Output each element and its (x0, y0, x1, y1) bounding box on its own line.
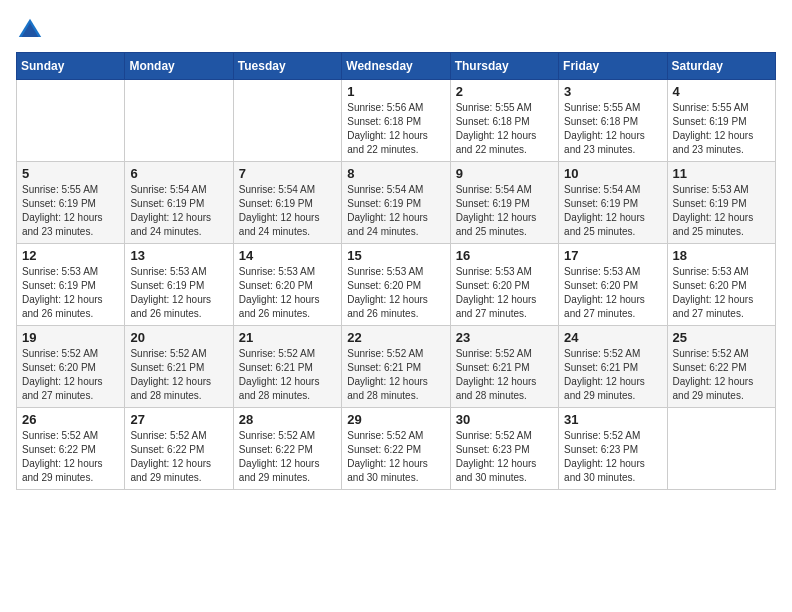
day-number: 4 (673, 84, 770, 99)
day-info: Sunrise: 5:52 AMSunset: 6:21 PMDaylight:… (564, 347, 661, 403)
day-info: Sunrise: 5:53 AMSunset: 6:20 PMDaylight:… (564, 265, 661, 321)
day-number: 18 (673, 248, 770, 263)
day-info: Sunrise: 5:55 AMSunset: 6:19 PMDaylight:… (22, 183, 119, 239)
page-header (16, 16, 776, 44)
day-number: 7 (239, 166, 336, 181)
calendar-cell: 29Sunrise: 5:52 AMSunset: 6:22 PMDayligh… (342, 408, 450, 490)
day-number: 29 (347, 412, 444, 427)
day-info: Sunrise: 5:53 AMSunset: 6:20 PMDaylight:… (456, 265, 553, 321)
day-header-thursday: Thursday (450, 53, 558, 80)
calendar-cell (17, 80, 125, 162)
calendar-cell: 6Sunrise: 5:54 AMSunset: 6:19 PMDaylight… (125, 162, 233, 244)
day-number: 8 (347, 166, 444, 181)
day-info: Sunrise: 5:54 AMSunset: 6:19 PMDaylight:… (239, 183, 336, 239)
calendar-cell: 15Sunrise: 5:53 AMSunset: 6:20 PMDayligh… (342, 244, 450, 326)
day-number: 10 (564, 166, 661, 181)
calendar-table: SundayMondayTuesdayWednesdayThursdayFrid… (16, 52, 776, 490)
day-number: 22 (347, 330, 444, 345)
calendar-cell: 23Sunrise: 5:52 AMSunset: 6:21 PMDayligh… (450, 326, 558, 408)
day-number: 20 (130, 330, 227, 345)
day-info: Sunrise: 5:52 AMSunset: 6:22 PMDaylight:… (347, 429, 444, 485)
day-number: 3 (564, 84, 661, 99)
calendar-cell: 21Sunrise: 5:52 AMSunset: 6:21 PMDayligh… (233, 326, 341, 408)
calendar-week-1: 1Sunrise: 5:56 AMSunset: 6:18 PMDaylight… (17, 80, 776, 162)
day-header-wednesday: Wednesday (342, 53, 450, 80)
calendar-week-3: 12Sunrise: 5:53 AMSunset: 6:19 PMDayligh… (17, 244, 776, 326)
calendar-cell: 13Sunrise: 5:53 AMSunset: 6:19 PMDayligh… (125, 244, 233, 326)
calendar-cell: 22Sunrise: 5:52 AMSunset: 6:21 PMDayligh… (342, 326, 450, 408)
day-number: 6 (130, 166, 227, 181)
day-number: 28 (239, 412, 336, 427)
day-number: 24 (564, 330, 661, 345)
day-number: 26 (22, 412, 119, 427)
day-header-sunday: Sunday (17, 53, 125, 80)
day-header-monday: Monday (125, 53, 233, 80)
day-info: Sunrise: 5:56 AMSunset: 6:18 PMDaylight:… (347, 101, 444, 157)
day-number: 19 (22, 330, 119, 345)
day-info: Sunrise: 5:53 AMSunset: 6:20 PMDaylight:… (239, 265, 336, 321)
calendar-cell: 7Sunrise: 5:54 AMSunset: 6:19 PMDaylight… (233, 162, 341, 244)
day-info: Sunrise: 5:52 AMSunset: 6:21 PMDaylight:… (347, 347, 444, 403)
calendar-cell: 18Sunrise: 5:53 AMSunset: 6:20 PMDayligh… (667, 244, 775, 326)
day-info: Sunrise: 5:52 AMSunset: 6:22 PMDaylight:… (130, 429, 227, 485)
day-number: 25 (673, 330, 770, 345)
day-info: Sunrise: 5:55 AMSunset: 6:18 PMDaylight:… (456, 101, 553, 157)
day-info: Sunrise: 5:52 AMSunset: 6:21 PMDaylight:… (456, 347, 553, 403)
calendar-cell: 5Sunrise: 5:55 AMSunset: 6:19 PMDaylight… (17, 162, 125, 244)
calendar-body: 1Sunrise: 5:56 AMSunset: 6:18 PMDaylight… (17, 80, 776, 490)
calendar-header: SundayMondayTuesdayWednesdayThursdayFrid… (17, 53, 776, 80)
calendar-cell: 31Sunrise: 5:52 AMSunset: 6:23 PMDayligh… (559, 408, 667, 490)
day-header-friday: Friday (559, 53, 667, 80)
calendar-cell (667, 408, 775, 490)
day-info: Sunrise: 5:55 AMSunset: 6:18 PMDaylight:… (564, 101, 661, 157)
calendar-cell: 8Sunrise: 5:54 AMSunset: 6:19 PMDaylight… (342, 162, 450, 244)
day-number: 9 (456, 166, 553, 181)
day-info: Sunrise: 5:52 AMSunset: 6:23 PMDaylight:… (564, 429, 661, 485)
calendar-cell: 4Sunrise: 5:55 AMSunset: 6:19 PMDaylight… (667, 80, 775, 162)
day-number: 11 (673, 166, 770, 181)
day-info: Sunrise: 5:53 AMSunset: 6:20 PMDaylight:… (673, 265, 770, 321)
day-number: 12 (22, 248, 119, 263)
day-number: 21 (239, 330, 336, 345)
calendar-week-2: 5Sunrise: 5:55 AMSunset: 6:19 PMDaylight… (17, 162, 776, 244)
day-info: Sunrise: 5:54 AMSunset: 6:19 PMDaylight:… (456, 183, 553, 239)
calendar-cell: 20Sunrise: 5:52 AMSunset: 6:21 PMDayligh… (125, 326, 233, 408)
day-info: Sunrise: 5:52 AMSunset: 6:21 PMDaylight:… (239, 347, 336, 403)
logo (16, 16, 48, 44)
day-number: 1 (347, 84, 444, 99)
calendar-week-4: 19Sunrise: 5:52 AMSunset: 6:20 PMDayligh… (17, 326, 776, 408)
day-info: Sunrise: 5:52 AMSunset: 6:20 PMDaylight:… (22, 347, 119, 403)
day-info: Sunrise: 5:53 AMSunset: 6:19 PMDaylight:… (22, 265, 119, 321)
calendar-cell: 19Sunrise: 5:52 AMSunset: 6:20 PMDayligh… (17, 326, 125, 408)
day-header-saturday: Saturday (667, 53, 775, 80)
day-number: 23 (456, 330, 553, 345)
calendar-cell: 25Sunrise: 5:52 AMSunset: 6:22 PMDayligh… (667, 326, 775, 408)
calendar-cell: 24Sunrise: 5:52 AMSunset: 6:21 PMDayligh… (559, 326, 667, 408)
day-number: 27 (130, 412, 227, 427)
calendar-cell: 9Sunrise: 5:54 AMSunset: 6:19 PMDaylight… (450, 162, 558, 244)
day-number: 16 (456, 248, 553, 263)
calendar-cell (233, 80, 341, 162)
day-info: Sunrise: 5:53 AMSunset: 6:19 PMDaylight:… (673, 183, 770, 239)
calendar-cell: 10Sunrise: 5:54 AMSunset: 6:19 PMDayligh… (559, 162, 667, 244)
calendar-cell: 26Sunrise: 5:52 AMSunset: 6:22 PMDayligh… (17, 408, 125, 490)
day-info: Sunrise: 5:54 AMSunset: 6:19 PMDaylight:… (564, 183, 661, 239)
day-info: Sunrise: 5:52 AMSunset: 6:21 PMDaylight:… (130, 347, 227, 403)
day-info: Sunrise: 5:53 AMSunset: 6:20 PMDaylight:… (347, 265, 444, 321)
day-info: Sunrise: 5:54 AMSunset: 6:19 PMDaylight:… (130, 183, 227, 239)
calendar-cell: 14Sunrise: 5:53 AMSunset: 6:20 PMDayligh… (233, 244, 341, 326)
calendar-cell: 27Sunrise: 5:52 AMSunset: 6:22 PMDayligh… (125, 408, 233, 490)
calendar-cell: 12Sunrise: 5:53 AMSunset: 6:19 PMDayligh… (17, 244, 125, 326)
calendar-cell: 2Sunrise: 5:55 AMSunset: 6:18 PMDaylight… (450, 80, 558, 162)
calendar-cell: 30Sunrise: 5:52 AMSunset: 6:23 PMDayligh… (450, 408, 558, 490)
day-number: 30 (456, 412, 553, 427)
calendar-cell: 17Sunrise: 5:53 AMSunset: 6:20 PMDayligh… (559, 244, 667, 326)
days-header-row: SundayMondayTuesdayWednesdayThursdayFrid… (17, 53, 776, 80)
calendar-week-5: 26Sunrise: 5:52 AMSunset: 6:22 PMDayligh… (17, 408, 776, 490)
day-info: Sunrise: 5:54 AMSunset: 6:19 PMDaylight:… (347, 183, 444, 239)
day-number: 14 (239, 248, 336, 263)
day-info: Sunrise: 5:53 AMSunset: 6:19 PMDaylight:… (130, 265, 227, 321)
day-number: 5 (22, 166, 119, 181)
calendar-cell: 16Sunrise: 5:53 AMSunset: 6:20 PMDayligh… (450, 244, 558, 326)
day-info: Sunrise: 5:52 AMSunset: 6:22 PMDaylight:… (239, 429, 336, 485)
